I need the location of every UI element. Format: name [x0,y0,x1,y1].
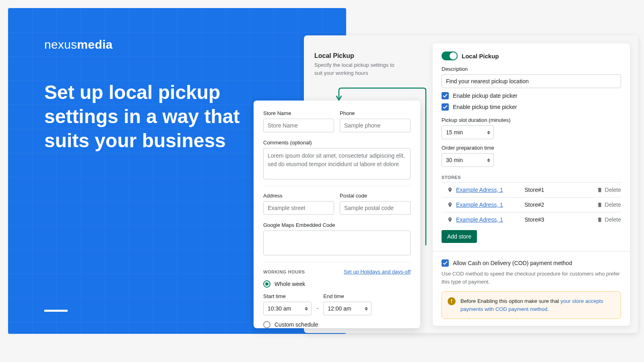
cod-checkbox[interactable] [442,259,449,267]
local-pickup-card: Local Pickup Description Find your neare… [433,43,630,326]
start-time-select[interactable]: 10:30 am [263,302,312,315]
store-address-link[interactable]: Example Adress, 1 [456,187,524,193]
phone-label: Phone [340,110,411,116]
pin-icon [447,202,453,208]
delete-store-button[interactable]: Delete [597,202,621,208]
bg-subtitle: Specify the local pickup settings to sui… [314,61,403,77]
divider [44,310,68,312]
time-dash: - [316,304,318,315]
cod-help-text: Use COD method to speed the checkout pro… [442,270,621,286]
stepper-icon [365,306,368,311]
store-name-label: Store Name [263,110,334,116]
prep-label: Order preparation time [442,145,621,151]
divider [263,262,411,262]
add-store-button[interactable]: Add store [442,230,477,243]
store-form-card: Store Name Store Name Phone Sample phone… [254,101,420,328]
comments-textarea[interactable]: Lorem ipsum dolor sit amet, consectetur … [263,148,411,179]
postal-input[interactable]: Sample postal code [340,201,411,215]
banner-text: Before Enabling this option make sure th… [460,298,561,304]
enable-time-checkbox[interactable] [442,103,449,111]
postal-label: Postal code [340,193,411,199]
trash-icon [597,202,603,208]
store-name: Store#2 [524,202,597,208]
pin-icon [447,187,453,193]
start-time-label: Start time [263,293,312,299]
local-pickup-toggle[interactable] [442,51,458,60]
end-time-select[interactable]: 12:00 am [323,302,372,315]
maps-label: Google Maps Embedded Code [263,222,411,228]
address-input[interactable]: Example street [263,201,334,215]
enable-date-checkbox[interactable] [442,92,449,99]
store-row: Example Adress, 1Store#3Delete [442,212,621,227]
divider [263,186,411,186]
whole-week-radio[interactable] [263,280,270,288]
store-row: Example Adress, 1Store#1Delete [442,182,621,197]
store-address-link[interactable]: Example Adress, 1 [456,216,524,223]
comments-label: Comments (optional) [263,140,411,146]
address-label: Address [263,193,334,199]
store-name-input[interactable]: Store Name [263,119,334,132]
store-address-link[interactable]: Example Adress, 1 [456,202,524,208]
bg-title: Local Pickup [314,52,354,60]
working-hours-section: WORKING HOURS [263,269,305,274]
enable-time-label: Enable pickup time picker [453,104,517,110]
store-row: Example Adress, 1Store#2Delete [442,197,621,212]
store-name: Store#3 [524,216,597,223]
trash-icon [597,217,603,222]
brand-logo: nexusmedia [44,38,113,51]
cod-label: Allow Cash on Delivery (COD) payment met… [453,260,572,266]
end-time-label: End time [323,293,372,299]
whole-week-label: Whole week [275,281,305,287]
custom-schedule-label: Custom schedule [275,321,318,328]
slot-label: Pickup slot duration (minutes) [442,117,621,123]
custom-schedule-radio[interactable] [263,321,270,328]
phone-input[interactable]: Sample phone [340,119,411,132]
stores-section: STORES [442,175,621,180]
slot-select[interactable]: 15 min [442,125,494,139]
prep-select[interactable]: 30 min [442,153,494,167]
maps-textarea[interactable] [263,230,411,255]
delete-store-button[interactable]: Delete [597,187,621,193]
pin-icon [447,217,453,222]
enable-date-label: Enable pickup date picker [453,93,517,99]
divider [433,251,630,251]
headline: Set up local pickup settings in a way th… [44,80,254,153]
trash-icon [597,187,603,193]
local-pickup-title: Local Pickup [462,53,499,60]
stepper-icon [487,130,490,135]
stepper-icon [305,306,308,311]
holidays-link[interactable]: Set up Holidays and days-off [344,269,411,275]
store-name: Store#1 [524,187,597,193]
description-label: Description [442,66,621,72]
delete-store-button[interactable]: Delete [597,216,621,223]
stepper-icon [487,158,490,162]
description-input[interactable]: Find your nearest pickup location [442,74,621,88]
warning-icon: ! [448,297,456,305]
warning-banner: ! Before Enabling this option make sure … [442,291,621,319]
